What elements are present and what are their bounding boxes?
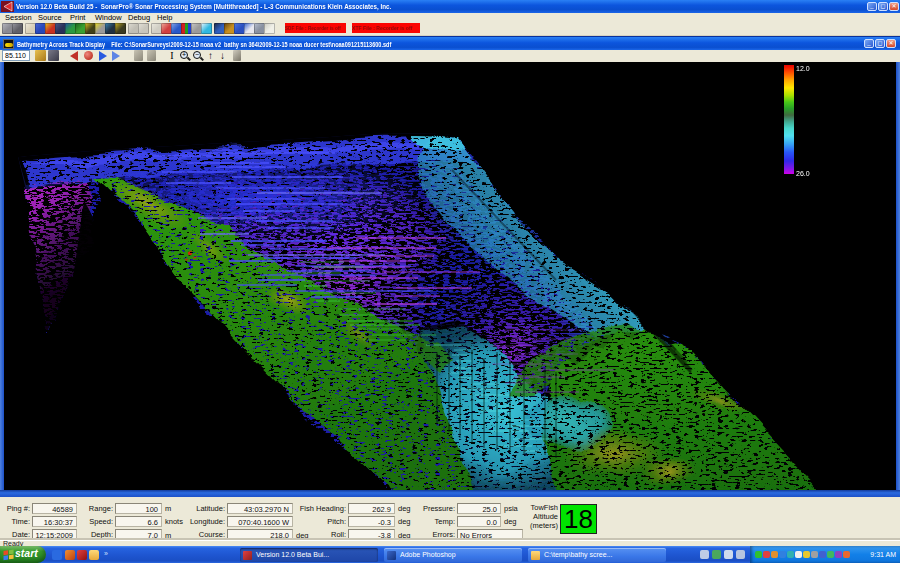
svg-text:26.0: 26.0 [796, 170, 810, 177]
svg-text:12.0: 12.0 [796, 65, 810, 72]
